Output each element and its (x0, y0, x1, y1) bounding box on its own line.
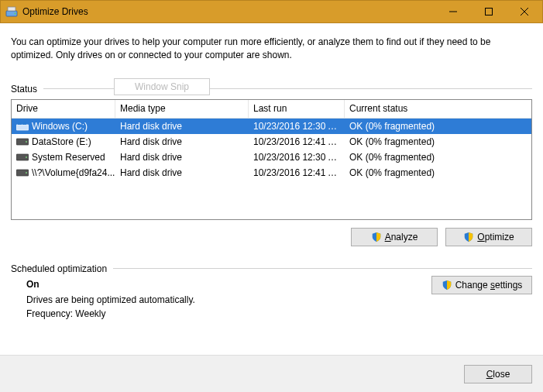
col-header-lastrun[interactable]: Last run (249, 100, 345, 118)
drive-icon (16, 122, 29, 131)
minimize-button[interactable] (435, 1, 471, 22)
svg-point-2 (15, 13, 16, 15)
schedule-label: Scheduled optimization (11, 263, 107, 274)
drive-lastrun: 10/23/2016 12:41 A... (249, 166, 345, 180)
drive-name: System Reserved (32, 152, 105, 163)
divider (43, 88, 532, 89)
action-button-row: Analyze Optimize (11, 228, 532, 246)
footer: Close (0, 355, 543, 392)
drive-lastrun: 10/23/2016 12:30 A... (249, 150, 345, 164)
titlebar: Optimize Drives (0, 0, 543, 23)
drive-name: DataStore (E:) (32, 136, 91, 147)
drive-icon (16, 168, 29, 177)
drive-icon (16, 153, 29, 162)
drives-list[interactable]: Drive Media type Last run Current status… (11, 99, 532, 220)
svg-rect-9 (22, 122, 26, 125)
close-button[interactable] (507, 1, 542, 22)
drive-media: Hard disk drive (115, 135, 249, 149)
svg-point-11 (26, 141, 27, 143)
table-row[interactable]: System ReservedHard disk drive10/23/2016… (12, 150, 531, 165)
schedule-freq: Frequency: Weekly (26, 308, 532, 319)
table-row[interactable]: \\?\Volume{d9fa24...Hard disk drive10/23… (12, 165, 531, 181)
optimize-button[interactable]: Optimize (445, 228, 532, 246)
drive-name: \\?\Volume{d9fa24... (32, 167, 115, 178)
list-header[interactable]: Drive Media type Last run Current status (12, 100, 531, 119)
svg-point-13 (26, 156, 27, 158)
col-header-status[interactable]: Current status (345, 100, 531, 118)
maximize-button[interactable] (471, 1, 507, 22)
analyze-button[interactable]: Analyze (351, 228, 438, 246)
svg-rect-7 (16, 125, 29, 130)
drive-media: Hard disk drive (115, 119, 249, 133)
table-row[interactable]: Windows (C:)Hard disk drive10/23/2016 12… (12, 119, 531, 134)
drive-status: OK (0% fragmented) (345, 150, 531, 164)
col-header-media[interactable]: Media type (115, 100, 249, 118)
svg-rect-8 (18, 122, 22, 125)
window-controls (435, 1, 542, 22)
drive-media: Hard disk drive (115, 150, 249, 164)
schedule-body: Change settings On Drives are being opti… (11, 279, 532, 319)
svg-rect-1 (8, 7, 15, 11)
shield-icon (463, 232, 474, 242)
col-header-drive[interactable]: Drive (12, 100, 115, 118)
schedule-desc: Drives are being optimized automatically… (26, 294, 532, 305)
drive-status: OK (0% fragmented) (345, 166, 531, 180)
table-row[interactable]: DataStore (E:)Hard disk drive10/23/2016 … (12, 134, 531, 150)
close-dialog-button[interactable]: Close (464, 365, 532, 383)
drive-media: Hard disk drive (115, 166, 249, 180)
svg-rect-4 (486, 9, 493, 15)
drive-status: OK (0% fragmented) (345, 135, 531, 149)
drive-lastrun: 10/23/2016 12:41 A... (249, 135, 345, 149)
drive-icon (16, 137, 29, 146)
shield-icon (442, 280, 452, 291)
content-area: Window Snip You can optimize your drives… (0, 23, 543, 319)
drive-name: Windows (C:) (32, 121, 88, 132)
status-label: Status (11, 84, 37, 95)
app-icon (5, 5, 18, 18)
change-settings-button[interactable]: Change settings (431, 276, 532, 294)
intro-text: You can optimize your drives to help you… (11, 36, 532, 62)
divider (113, 268, 532, 269)
drive-status: OK (0% fragmented) (345, 119, 531, 133)
drive-lastrun: 10/23/2016 12:30 A... (249, 119, 345, 133)
svg-point-15 (26, 172, 27, 174)
status-heading: Status (11, 84, 532, 95)
schedule-heading: Scheduled optimization (11, 263, 532, 274)
shield-icon (371, 232, 382, 242)
window-title: Optimize Drives (22, 6, 435, 17)
